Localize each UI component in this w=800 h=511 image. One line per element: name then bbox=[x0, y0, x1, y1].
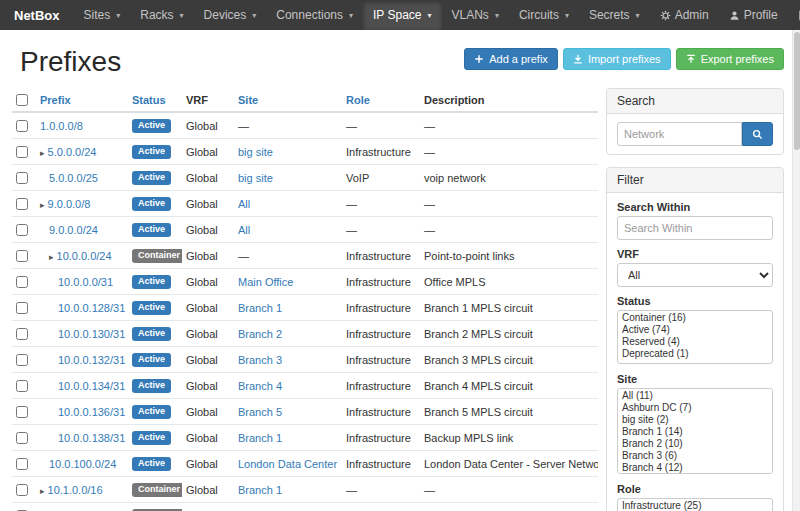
row-checkbox[interactable] bbox=[16, 198, 28, 210]
export-prefixes-button[interactable]: Export prefixes bbox=[676, 48, 784, 70]
prefix-link[interactable]: 5.0.0.0/24 bbox=[48, 146, 97, 158]
description-cell: Branch 5 MPLS circuit bbox=[420, 399, 598, 425]
role-cell: VoIP bbox=[342, 165, 420, 191]
table-row: 10.0.100.0/24ActiveGlobalLondon Data Cen… bbox=[12, 451, 598, 477]
status-badge: Active bbox=[132, 119, 171, 133]
description-cell: — bbox=[420, 477, 598, 503]
row-checkbox[interactable] bbox=[16, 120, 28, 132]
nav-item-ip-space[interactable]: IP Space▾ bbox=[363, 0, 442, 30]
search-within-input[interactable] bbox=[617, 216, 773, 240]
row-checkbox[interactable] bbox=[16, 276, 28, 288]
role-filter-select[interactable]: Infrastructure (25)Management (8)Private… bbox=[617, 498, 773, 511]
scrollbar[interactable] bbox=[792, 30, 800, 511]
nav-item-label: Devices bbox=[204, 8, 247, 22]
vrf-cell: Global bbox=[182, 477, 234, 503]
status-badge: Container bbox=[132, 483, 182, 497]
search-input[interactable] bbox=[617, 122, 742, 146]
column-header-site[interactable]: Site bbox=[234, 88, 342, 112]
nav-item-log-out[interactable]: Log out bbox=[788, 0, 800, 30]
row-checkbox[interactable] bbox=[16, 354, 28, 366]
select-all-checkbox[interactable] bbox=[16, 94, 28, 106]
row-checkbox[interactable] bbox=[16, 458, 28, 470]
role-label: Role bbox=[617, 483, 773, 495]
prefix-link[interactable]: 10.0.0.130/31 bbox=[58, 328, 125, 340]
prefix-link[interactable]: 10.0.0.134/31 bbox=[58, 380, 125, 392]
row-checkbox[interactable] bbox=[16, 146, 28, 158]
search-button[interactable] bbox=[742, 122, 773, 146]
nav-item-racks[interactable]: Racks▾ bbox=[130, 0, 193, 30]
site-link[interactable]: big site bbox=[238, 146, 273, 158]
prefix-link[interactable]: 10.0.0.0/24 bbox=[57, 250, 112, 262]
row-checkbox[interactable] bbox=[16, 328, 28, 340]
status-filter-select[interactable]: Container (16)Active (74)Reserved (4)Dep… bbox=[617, 310, 773, 364]
filter-panel-title: Filter bbox=[607, 168, 783, 193]
nav-item-vlans[interactable]: VLANs▾ bbox=[442, 0, 509, 30]
site-link[interactable]: Branch 2 bbox=[238, 328, 282, 340]
column-header-status[interactable]: Status bbox=[128, 88, 182, 112]
prefix-link[interactable]: 10.1.0.0/16 bbox=[48, 484, 103, 496]
row-checkbox[interactable] bbox=[16, 432, 28, 444]
role-cell: — bbox=[342, 217, 420, 243]
prefix-link[interactable]: 10.0.0.132/31 bbox=[58, 354, 125, 366]
site-link[interactable]: All bbox=[238, 198, 250, 210]
prefix-link[interactable]: 10.0.0.128/31 bbox=[58, 302, 125, 314]
row-checkbox[interactable] bbox=[16, 250, 28, 262]
description-cell: — bbox=[420, 217, 598, 243]
chevron-down-icon: ▾ bbox=[428, 11, 432, 20]
site-link[interactable]: Branch 4 bbox=[238, 380, 282, 392]
site-link[interactable]: Branch 1 bbox=[238, 484, 282, 496]
site-link[interactable]: big site bbox=[238, 172, 273, 184]
nav-item-profile[interactable]: Profile bbox=[719, 0, 788, 30]
site-link[interactable]: Branch 5 bbox=[238, 406, 282, 418]
site-link[interactable]: Branch 1 bbox=[238, 432, 282, 444]
role-cell: Infrastructure bbox=[342, 425, 420, 451]
add-a-prefix-button[interactable]: Add a prefix bbox=[464, 48, 558, 70]
prefix-link[interactable]: 10.0.0.136/31 bbox=[58, 406, 125, 418]
nav-item-devices[interactable]: Devices▾ bbox=[194, 0, 267, 30]
vrf-cell: Global bbox=[182, 295, 234, 321]
nav-item-admin[interactable]: Admin bbox=[650, 0, 719, 30]
app-brand[interactable]: NetBox bbox=[8, 0, 74, 30]
prefix-link[interactable]: 10.0.100.0/24 bbox=[49, 458, 116, 470]
prefix-link[interactable]: 5.0.0.0/25 bbox=[49, 172, 98, 184]
import-prefixes-button[interactable]: Import prefixes bbox=[563, 48, 671, 70]
site-link[interactable]: Branch 1 bbox=[238, 302, 282, 314]
site-link[interactable]: Branch 3 bbox=[238, 354, 282, 366]
prefix-link[interactable]: 9.0.0.0/24 bbox=[49, 224, 98, 236]
site-filter-select[interactable]: All (11)Ashburn DC (7)big site (2)Branch… bbox=[617, 388, 773, 474]
import-icon bbox=[573, 54, 583, 64]
site-link[interactable]: London Data Center bbox=[238, 458, 337, 470]
description-cell: — bbox=[420, 112, 598, 139]
prefix-link[interactable]: 10.0.0.0/31 bbox=[58, 276, 113, 288]
chevron-down-icon: ▾ bbox=[180, 11, 184, 20]
row-checkbox[interactable] bbox=[16, 302, 28, 314]
nav-items: Sites▾Racks▾Devices▾Connections▾IP Space… bbox=[74, 0, 650, 30]
row-checkbox[interactable] bbox=[16, 484, 28, 496]
table-row: ▸10.0.0.0/24ContainerGlobal—Infrastructu… bbox=[12, 243, 598, 269]
role-cell: — bbox=[342, 191, 420, 217]
nav-item-secrets[interactable]: Secrets▾ bbox=[579, 0, 650, 30]
nav-item-connections[interactable]: Connections▾ bbox=[266, 0, 363, 30]
row-checkbox[interactable] bbox=[16, 172, 28, 184]
column-header-role[interactable]: Role bbox=[342, 88, 420, 112]
status-badge: Active bbox=[132, 171, 171, 185]
row-checkbox[interactable] bbox=[16, 224, 28, 236]
content: Prefixes Add a prefixImport prefixesExpo… bbox=[0, 30, 800, 511]
site-link[interactable]: Main Office bbox=[238, 276, 293, 288]
nav-item-label: Profile bbox=[744, 8, 778, 22]
chevron-down-icon: ▾ bbox=[252, 11, 256, 20]
nav-item-sites[interactable]: Sites▾ bbox=[74, 0, 131, 30]
site-label: Site bbox=[617, 373, 773, 385]
vrf-select[interactable]: All bbox=[617, 263, 773, 287]
nav-item-circuits[interactable]: Circuits▾ bbox=[509, 0, 579, 30]
role-cell: — bbox=[342, 112, 420, 139]
site-link[interactable]: All bbox=[238, 224, 250, 236]
column-header-prefix[interactable]: Prefix bbox=[36, 88, 128, 112]
prefix-table: PrefixStatusVRFSiteRoleDescription 1.0.0… bbox=[12, 88, 598, 511]
prefix-link[interactable]: 9.0.0.0/8 bbox=[48, 198, 91, 210]
row-checkbox[interactable] bbox=[16, 380, 28, 392]
prefix-link[interactable]: 10.0.0.138/31 bbox=[58, 432, 125, 444]
row-checkbox[interactable] bbox=[16, 406, 28, 418]
scrollbar-thumb[interactable] bbox=[794, 32, 800, 150]
prefix-link[interactable]: 1.0.0.0/8 bbox=[40, 120, 83, 132]
